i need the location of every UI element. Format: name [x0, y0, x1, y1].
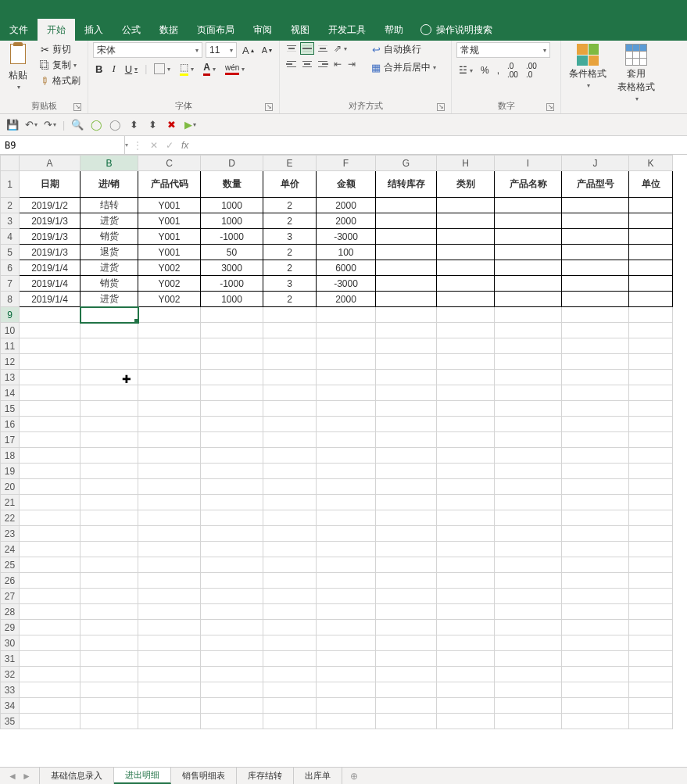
- cell[interactable]: [376, 260, 437, 276]
- cell[interactable]: [201, 620, 263, 635]
- name-box[interactable]: ▾: [0, 136, 125, 154]
- cell[interactable]: [495, 292, 562, 307]
- cell[interactable]: [138, 464, 201, 479]
- cell[interactable]: [263, 307, 317, 323]
- cell[interactable]: [562, 667, 629, 682]
- cell[interactable]: [495, 698, 562, 714]
- cell[interactable]: [263, 698, 317, 714]
- cell[interactable]: [495, 260, 562, 276]
- cell[interactable]: [562, 495, 629, 510]
- cell[interactable]: [562, 526, 629, 542]
- cell[interactable]: [376, 417, 437, 432]
- cell[interactable]: [629, 198, 673, 213]
- cell[interactable]: 销货: [81, 229, 138, 245]
- copy-button[interactable]: 复制▾: [36, 58, 83, 73]
- cell[interactable]: [317, 495, 376, 510]
- cell[interactable]: [495, 464, 562, 479]
- cell[interactable]: 3: [263, 276, 317, 292]
- cell[interactable]: [376, 385, 437, 401]
- cell[interactable]: [138, 635, 201, 651]
- cell[interactable]: [495, 620, 562, 635]
- comma-button[interactable]: ,: [495, 64, 502, 77]
- print-preview-button[interactable]: 🔍: [71, 119, 84, 131]
- cell[interactable]: 销货: [81, 276, 138, 292]
- column-header[interactable]: G: [376, 156, 437, 171]
- row-header[interactable]: 12: [1, 354, 20, 370]
- cell[interactable]: [437, 510, 495, 526]
- cell[interactable]: [263, 370, 317, 385]
- dialog-launcher-icon[interactable]: ↘: [73, 103, 81, 111]
- cell[interactable]: [629, 464, 673, 479]
- cell[interactable]: [20, 323, 81, 338]
- number-format-combo[interactable]: 常规▾: [456, 42, 550, 58]
- row-header[interactable]: 27: [1, 589, 20, 604]
- cell[interactable]: [629, 635, 673, 651]
- cell[interactable]: -3000: [317, 276, 376, 292]
- accounting-format-button[interactable]: ☳▾: [456, 64, 475, 77]
- cell[interactable]: [81, 401, 138, 417]
- cell[interactable]: [376, 464, 437, 479]
- fill-color-button[interactable]: ⬚▾: [177, 61, 196, 77]
- cell[interactable]: 2019/1/4: [20, 276, 81, 292]
- cell[interactable]: 3: [263, 229, 317, 245]
- cell[interactable]: [81, 354, 138, 370]
- cell[interactable]: [317, 417, 376, 432]
- cell[interactable]: [138, 385, 201, 401]
- cell[interactable]: [495, 510, 562, 526]
- cell[interactable]: [317, 651, 376, 667]
- row-header[interactable]: 34: [1, 698, 20, 714]
- cell[interactable]: [437, 542, 495, 557]
- dialog-launcher-icon[interactable]: ↘: [437, 103, 445, 111]
- column-header[interactable]: B: [81, 156, 138, 171]
- cell[interactable]: [629, 354, 673, 370]
- cell[interactable]: [263, 589, 317, 604]
- save-button[interactable]: 💾: [6, 119, 19, 131]
- open-button[interactable]: ◯: [109, 119, 121, 131]
- tab-help[interactable]: 帮助: [375, 19, 413, 41]
- cell[interactable]: [495, 479, 562, 495]
- tab-insert[interactable]: 插入: [75, 19, 113, 41]
- cell[interactable]: [629, 260, 673, 276]
- cell[interactable]: [20, 557, 81, 573]
- cell[interactable]: [562, 698, 629, 714]
- cell[interactable]: [562, 464, 629, 479]
- cell[interactable]: [81, 573, 138, 589]
- column-header[interactable]: H: [437, 156, 495, 171]
- cell[interactable]: [495, 323, 562, 338]
- macros-button[interactable]: ▶▾: [184, 119, 196, 131]
- cell[interactable]: [317, 542, 376, 557]
- cell[interactable]: 2019/1/3: [20, 213, 81, 229]
- cell[interactable]: [81, 448, 138, 464]
- cell[interactable]: 退货: [81, 245, 138, 260]
- cell[interactable]: 2000: [317, 213, 376, 229]
- cell[interactable]: [437, 370, 495, 385]
- cell[interactable]: [81, 620, 138, 635]
- cell[interactable]: [138, 495, 201, 510]
- cell[interactable]: Y001: [138, 229, 201, 245]
- cell[interactable]: [495, 589, 562, 604]
- column-header[interactable]: C: [138, 156, 201, 171]
- cell[interactable]: [81, 323, 138, 338]
- cell[interactable]: 50: [201, 245, 263, 260]
- cell[interactable]: [263, 417, 317, 432]
- cell[interactable]: [376, 573, 437, 589]
- align-bottom-button[interactable]: [316, 42, 330, 55]
- row-header[interactable]: 22: [1, 510, 20, 526]
- align-center-button[interactable]: [300, 58, 314, 70]
- cell[interactable]: [81, 635, 138, 651]
- worksheet-grid[interactable]: ABCDEFGHIJK 1日期进/销产品代码数量单价金额结转库存类别产品名称产品…: [0, 155, 687, 767]
- row-header[interactable]: 14: [1, 385, 20, 401]
- cell[interactable]: [562, 401, 629, 417]
- tab-home[interactable]: 开始: [38, 19, 75, 41]
- cell[interactable]: [562, 432, 629, 448]
- row-header[interactable]: 8: [1, 292, 20, 307]
- cell[interactable]: [317, 510, 376, 526]
- cell[interactable]: 进货: [81, 292, 138, 307]
- cell[interactable]: [629, 401, 673, 417]
- cell[interactable]: [20, 338, 81, 354]
- cell[interactable]: [376, 292, 437, 307]
- sheet-tab[interactable]: 出库单: [294, 768, 342, 784]
- paste-button[interactable]: 粘贴 ▾: [5, 42, 31, 92]
- cell[interactable]: 数量: [201, 171, 263, 198]
- cell[interactable]: [437, 620, 495, 635]
